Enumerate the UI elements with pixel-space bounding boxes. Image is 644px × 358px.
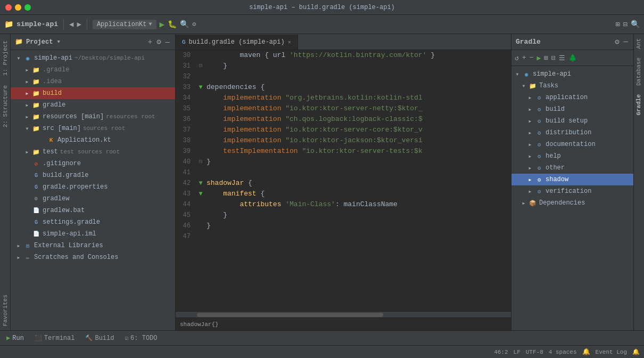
fold-button[interactable]: ⊟ xyxy=(197,61,204,71)
gradle-item-root[interactable]: ▼ ◉ simple-api xyxy=(511,68,633,80)
gradle-item-documentation[interactable]: ▶ ⚙ documentation xyxy=(511,139,633,150)
scrollbar-thumb[interactable] xyxy=(197,313,383,317)
tab-run[interactable]: ▶ Run xyxy=(2,332,28,344)
line-content: implementation "org.jetbrains.kotlin:kot… xyxy=(204,93,511,103)
tree-label: gradle xyxy=(43,101,65,109)
line-content: attributes 'Main-Class': mainClassName xyxy=(204,199,511,210)
tab-todo[interactable]: ☑ 6: TODO xyxy=(120,332,161,344)
search-button[interactable]: 🔍 xyxy=(631,20,640,29)
fold-button[interactable]: ▼ xyxy=(197,178,204,189)
line-ending[interactable]: LF xyxy=(514,349,521,355)
gradle-item-shadow[interactable]: ▶ ⚙ shadow xyxy=(511,174,633,185)
gradle-item-verification[interactable]: ▶ ⚙ verification xyxy=(511,185,633,197)
code-line-42: 42 ▼ shadowJar { xyxy=(176,178,511,189)
event-log-label[interactable]: Event Log xyxy=(596,349,627,355)
build-icon: 🔨 xyxy=(85,335,93,341)
expand-arrow: ▼ xyxy=(15,54,22,62)
tab-favorites[interactable]: Favorites xyxy=(1,290,10,330)
gradle-item-tasks[interactable]: ▼ 📁 Tasks xyxy=(511,80,633,92)
gradle-expand-icon[interactable]: ⊞ xyxy=(543,53,549,63)
fold-button[interactable]: ⊟ xyxy=(197,157,204,167)
split-button[interactable]: ⊟ xyxy=(623,20,628,29)
tab-run-label: Run xyxy=(12,335,24,342)
nav-back[interactable]: ◀ xyxy=(69,20,73,29)
close-button[interactable] xyxy=(5,4,12,11)
add-icon[interactable]: + xyxy=(147,37,153,47)
tree-item-gradlew[interactable]: ▶ ⚙ gradlew xyxy=(11,193,175,205)
maximize-button[interactable] xyxy=(24,4,31,11)
line-content: maven { url 'https://kotlin.bintray.com/… xyxy=(204,50,511,61)
task-folder-icon: ⚙ xyxy=(535,93,543,102)
tab-terminal[interactable]: ⬛ Terminal xyxy=(30,332,79,344)
gradle-side-tab[interactable]: Gradle xyxy=(634,90,644,120)
gradle-minus-icon[interactable]: − xyxy=(529,53,535,63)
folder-icon: 📁 xyxy=(32,66,40,74)
gradle-list-icon[interactable]: ☰ xyxy=(558,53,566,63)
tree-item-gradlew-bat[interactable]: ▶ 📄 gradlew.bat xyxy=(11,205,175,216)
tab-build[interactable]: 🔨 Build xyxy=(81,332,118,344)
fold-button[interactable]: ▼ xyxy=(197,82,204,93)
tab-close-icon[interactable]: ✕ xyxy=(288,39,291,45)
indent-info[interactable]: 4 spaces xyxy=(549,349,577,355)
nav-forward[interactable]: ▶ xyxy=(77,20,81,29)
gradle-item-other[interactable]: ▶ ⚙ other xyxy=(511,162,633,174)
tree-label: Scratches and Consoles xyxy=(34,254,118,261)
toolbar-more[interactable]: ⚙ xyxy=(192,20,196,28)
minimize-button[interactable] xyxy=(15,4,21,11)
layout-button[interactable]: ⊞ xyxy=(615,20,620,29)
gradle-item-build[interactable]: ▶ ⚙ build xyxy=(511,103,633,115)
gradle-close-icon[interactable]: — xyxy=(623,36,629,47)
tab-todo-label: 6: TODO xyxy=(130,335,157,342)
code-line-39: 39 testImplementation "io.ktor:ktor-serv… xyxy=(176,146,511,157)
expand-arrow: ▶ xyxy=(23,78,31,85)
tree-item-scratches[interactable]: ▶ ✏ Scratches and Consoles xyxy=(11,251,175,263)
gradle-settings-icon[interactable]: ⚙ xyxy=(614,36,620,47)
horizontal-scrollbar[interactable] xyxy=(176,311,511,318)
task-folder-icon: ⚙ xyxy=(535,128,543,137)
gradle-item-distribution[interactable]: ▶ ⚙ distribution xyxy=(511,127,633,139)
tree-item-test[interactable]: ▶ 📁 test test sources root xyxy=(11,146,175,158)
tree-item-appkt[interactable]: ▶ K Application.kt xyxy=(11,134,175,146)
tree-item-settings-gradle[interactable]: ▶ G settings.gradle xyxy=(11,216,175,228)
tree-item-build-gradle[interactable]: ▶ G build.gradle xyxy=(11,169,175,181)
gradle-add-icon[interactable]: + xyxy=(521,53,527,63)
cursor-position: 46:2 xyxy=(494,349,508,355)
tree-item-gradle[interactable]: ▶ 📁 gradle xyxy=(11,99,175,111)
tree-item-root[interactable]: ▼ ◉ simple-api ~/Desktop/simple-api xyxy=(11,52,175,64)
gradle-item-application[interactable]: ▶ ⚙ application xyxy=(511,92,633,103)
tree-item-iml[interactable]: ▶ 📄 simple-api.iml xyxy=(11,228,175,240)
tab-project[interactable]: 1: Project xyxy=(1,36,10,80)
encoding[interactable]: UTF-8 xyxy=(526,349,543,355)
tree-item-resources[interactable]: ▶ 📁 resources [main] resources root xyxy=(11,111,175,123)
tree-item-gitignore[interactable]: ▶ ⊘ .gitignore xyxy=(11,158,175,169)
gradle-run-icon[interactable]: ▶ xyxy=(535,53,542,63)
fold-button[interactable]: ▼ xyxy=(197,189,204,199)
tree-item-build[interactable]: ▶ 📁 build xyxy=(11,87,175,99)
tab-structure[interactable]: 2: Structure xyxy=(1,81,10,132)
tree-item-ext-libs[interactable]: ▶ ⊞ External Libraries xyxy=(11,240,175,251)
run-config-dropdown[interactable]: ApplicationKt ▼ xyxy=(93,20,156,29)
ant-tab[interactable]: Ant xyxy=(634,34,644,53)
gradle-item-build-setup[interactable]: ▶ ⚙ build setup xyxy=(511,115,633,127)
close-panel-icon[interactable]: — xyxy=(164,37,171,47)
editor-scroll-area[interactable]: 30 maven { url 'https://kotlin.bintray.c… xyxy=(176,50,511,311)
gradle-collapse-icon[interactable]: ⊟ xyxy=(550,53,557,63)
code-line-31: 31 ⊟ } xyxy=(176,61,511,71)
tree-item-src[interactable]: ▼ 📁 src [main] sources root xyxy=(11,123,175,134)
database-tab[interactable]: Database xyxy=(634,53,644,90)
tab-build-gradle[interactable]: G build.gradle (simple-api) ✕ xyxy=(176,35,298,50)
coverage-button[interactable]: 🔍 xyxy=(180,20,189,29)
gradle-tree: ▼ ◉ simple-api ▼ 📁 Tasks ▶ ⚙ application… xyxy=(511,66,633,330)
gradle-item-help[interactable]: ▶ ⚙ help xyxy=(511,150,633,162)
line-number: 33 xyxy=(176,82,197,93)
gradle-tree-icon[interactable]: 🌲 xyxy=(567,53,578,63)
debug-button[interactable]: 🐛 xyxy=(168,20,177,29)
tree-item-idea-dir[interactable]: ▶ 📁 .idea xyxy=(11,76,175,87)
settings-icon[interactable]: ⚙ xyxy=(155,36,162,47)
tree-item-gradle-props[interactable]: ▶ G gradle.properties xyxy=(11,181,175,193)
gradle-refresh-icon[interactable]: ↺ xyxy=(514,53,520,63)
tree-item-gradle-dir[interactable]: ▶ 📁 .gradle xyxy=(11,64,175,76)
run-button[interactable]: ▶ xyxy=(160,19,165,30)
code-line-36: 36 implementation "ch.qos.logback:logbac… xyxy=(176,114,511,125)
gradle-item-dependencies[interactable]: ▶ 📦 Dependencies xyxy=(511,197,633,209)
